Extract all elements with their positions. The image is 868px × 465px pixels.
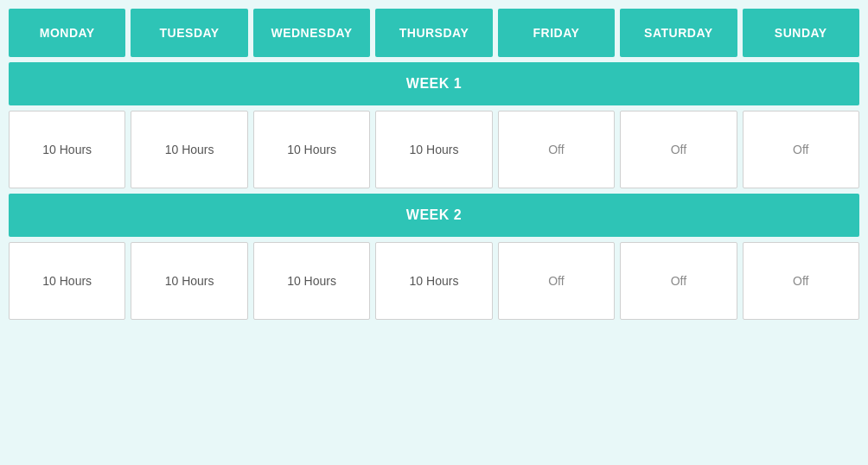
day-header-tuesday: TUESDAY: [131, 9, 247, 57]
schedule-cell-week1-day3[interactable]: 10 Hours: [253, 111, 370, 188]
calendar-container: MONDAYTUESDAYWEDNESDAYTHURSDAYFRIDAYSATU…: [9, 9, 859, 320]
schedule-cell-week1-day1[interactable]: 10 Hours: [9, 111, 125, 188]
schedule-cell-week1-day5[interactable]: Off: [498, 111, 615, 188]
day-header-friday: FRIDAY: [498, 9, 615, 57]
weeks-container: WEEK 110 Hours10 Hours10 Hours10 HoursOf…: [9, 62, 859, 320]
day-header-sunday: SUNDAY: [743, 9, 859, 57]
schedule-cell-week2-day4[interactable]: 10 Hours: [375, 242, 492, 320]
week-label-1: WEEK 1: [9, 62, 859, 105]
day-header-saturday: SATURDAY: [620, 9, 737, 57]
schedule-cell-week1-day4[interactable]: 10 Hours: [375, 111, 492, 188]
schedule-cell-week1-day2[interactable]: 10 Hours: [131, 111, 247, 188]
schedule-cell-week1-day6[interactable]: Off: [620, 111, 737, 188]
schedule-cell-week2-day3[interactable]: 10 Hours: [253, 242, 370, 320]
schedule-cell-week1-day7[interactable]: Off: [743, 111, 859, 188]
schedule-cell-week2-day2[interactable]: 10 Hours: [131, 242, 247, 320]
schedule-cell-week2-day7[interactable]: Off: [743, 242, 859, 320]
days-header: MONDAYTUESDAYWEDNESDAYTHURSDAYFRIDAYSATU…: [9, 9, 859, 57]
day-header-monday: MONDAY: [9, 9, 125, 57]
day-header-wednesday: WEDNESDAY: [253, 9, 370, 57]
schedule-row-week-2: 10 Hours10 Hours10 Hours10 HoursOffOffOf…: [9, 242, 859, 320]
schedule-cell-week2-day1[interactable]: 10 Hours: [9, 242, 125, 320]
day-header-thursday: THURSDAY: [375, 9, 492, 57]
schedule-cell-week2-day6[interactable]: Off: [620, 242, 737, 320]
schedule-row-week-1: 10 Hours10 Hours10 Hours10 HoursOffOffOf…: [9, 111, 859, 188]
schedule-cell-week2-day5[interactable]: Off: [498, 242, 615, 320]
week-label-2: WEEK 2: [9, 194, 859, 237]
